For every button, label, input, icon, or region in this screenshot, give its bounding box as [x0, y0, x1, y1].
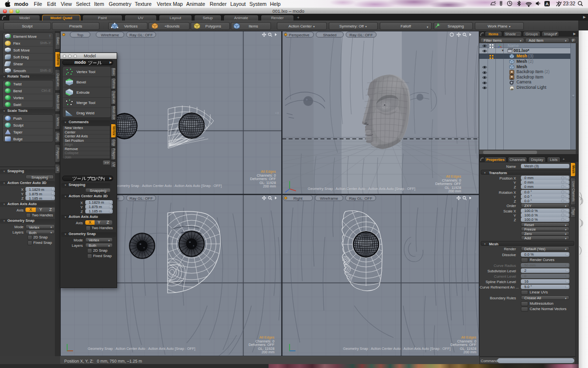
svg-text:Top: Top [77, 33, 83, 37]
svg-text:200 mm: 200 mm [262, 350, 274, 354]
svg-text:A: A [545, 1, 549, 6]
svg-text:Geometry Snap : Action Center: Geometry Snap : Action Center Auto : Act… [343, 346, 450, 351]
svg-text:Ray GL: OFF: Ray GL: OFF [129, 33, 153, 37]
svg-text:Wireframe: Wireframe [101, 33, 119, 37]
svg-text:Ray GL: OFF: Ray GL: OFF [129, 196, 153, 201]
svg-text:Geometry Snap : Action Center: Geometry Snap : Action Center Auto : Act… [308, 186, 415, 191]
svg-text:Perspective: Perspective [289, 33, 310, 37]
svg-text:Ray GL: OFF: Ray GL: OFF [349, 196, 372, 201]
svg-text:Right: Right [294, 196, 303, 201]
svg-text:200 mm: 200 mm [464, 350, 476, 354]
svg-text:Wireframe: Wireframe [320, 196, 338, 201]
svg-text:+X: +X [275, 111, 279, 115]
svg-text:200 mm: 200 mm [448, 189, 461, 193]
svg-text:Shaded: Shaded [323, 33, 337, 37]
svg-text:200 mm: 200 mm [263, 184, 276, 188]
svg-text:Ray GL: OFF: Ray GL: OFF [349, 33, 373, 37]
svg-text:Geometry Snap : Action Center: Geometry Snap : Action Center Auto : Act… [114, 184, 221, 188]
svg-text:-Z: -Z [285, 250, 288, 253]
svg-text:Geometry Snap : Action Center: Geometry Snap : Action Center Auto : Act… [88, 346, 195, 351]
